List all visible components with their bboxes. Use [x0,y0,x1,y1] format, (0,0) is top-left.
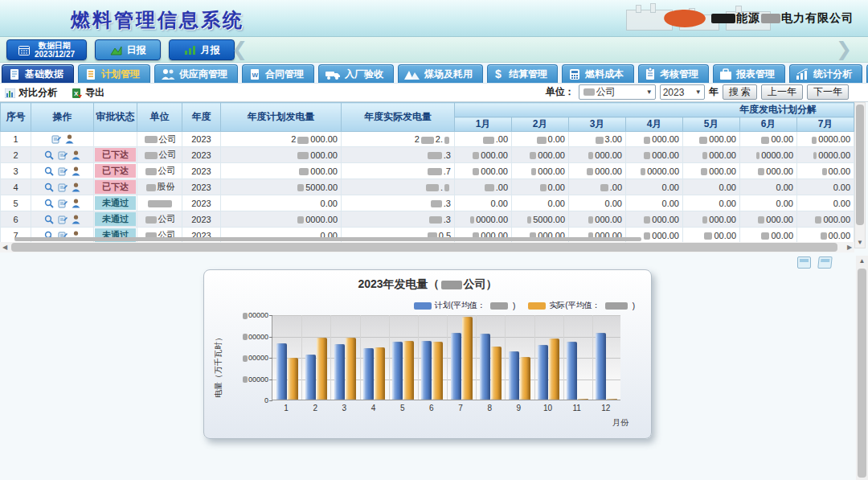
scroll-right-arrow-icon[interactable]: ▶ [845,242,854,252]
redaction-block [473,152,479,159]
month-cell: 000.00 [626,147,683,163]
export-chart-icon[interactable] [817,256,833,269]
edit-icon[interactable] [58,166,68,176]
user-icon[interactable] [72,183,80,192]
scroll-right-chevron-icon[interactable]: ❯ [836,38,852,60]
search-icon[interactable] [44,166,54,176]
month-cell: .00 [455,179,512,195]
edit-icon[interactable] [58,150,68,160]
redaction-block [473,168,479,175]
column-header[interactable]: 单位 [137,103,182,132]
unit-cell [137,195,182,211]
month-header[interactable]: 1月 [455,117,512,132]
month-header[interactable]: 2月 [512,117,569,132]
next-year-button[interactable]: 下一年 [807,84,849,100]
month-header[interactable]: 3月 [569,117,626,132]
year-select[interactable]: 2023▼ [660,84,705,100]
year-cell: 2023 [182,163,221,179]
tab-1[interactable]: 基础数据 [2,64,74,83]
column-header[interactable]: 审批状态 [94,103,137,132]
scroll-left-chevron-icon[interactable]: ❮ [231,38,248,60]
bar-group [563,342,592,400]
search-icon[interactable] [44,199,54,208]
month-cell: 000.00 [569,147,626,163]
tab-10[interactable]: 报表管理 [713,64,785,83]
tab-7[interactable]: $结算管理 [487,64,558,83]
unit-select[interactable]: 公司▼ [579,84,656,100]
scrollbar-thumb[interactable] [858,269,866,478]
user-icon[interactable] [72,150,80,160]
window-icon[interactable] [797,256,811,269]
month-cell: 0000.00 [797,132,854,147]
tab-9[interactable]: 考核管理 [638,64,709,83]
month-header[interactable]: 6月 [740,117,797,132]
plan-cell: 000.00 [221,163,342,179]
tab-6[interactable]: 煤场及耗用 [398,64,483,83]
redaction-block [243,334,248,340]
tab-2[interactable]: 计划管理 [78,64,150,83]
column-header[interactable]: 操作 [31,103,94,132]
redaction-block [299,168,309,175]
stats-icon [796,68,809,80]
tab-label: 考核管理 [660,68,698,81]
status-badge: 未通过 [95,212,136,226]
redaction-block [428,152,442,159]
actual-cell: .3 [342,147,455,163]
month-cell: 0.00 [683,195,740,211]
month-header[interactable]: 4月 [626,117,683,132]
column-header[interactable]: 年度 [182,103,221,132]
edit-icon[interactable] [58,215,68,224]
user-icon[interactable] [72,215,80,224]
row-seq: 2 [1,147,31,163]
month-header[interactable]: 5月 [683,117,740,132]
column-header[interactable]: 年度计划发电量 [221,103,342,132]
table-vertical-scrollbar[interactable]: ▼ [854,102,866,248]
prev-year-button[interactable]: 上一年 [761,84,803,100]
column-header[interactable]: 年度实际发电量 [342,103,455,132]
scroll-up-arrow-icon[interactable]: ▲ [856,256,868,266]
redaction-block [813,152,817,159]
user-icon[interactable] [72,166,80,176]
user-icon[interactable] [72,199,80,208]
tab-4[interactable]: W合同管理 [242,64,314,83]
monthly-report-button[interactable]: 月报 [169,39,235,60]
inner-horizontal-scrollbar[interactable] [14,237,641,241]
plan-bar-7 [451,333,461,400]
month-header[interactable]: 7月 [797,117,854,132]
search-icon[interactable] [44,183,54,192]
legend-entry: 计划(平均值：) [414,300,516,311]
scrollbar-thumb[interactable] [856,105,864,225]
search-icon[interactable] [44,215,54,224]
group-header: 年度发电计划分解 [455,103,854,117]
search-button[interactable]: 搜 索 [723,84,757,100]
tab-11[interactable]: 统计分析 [789,64,862,83]
search-icon[interactable] [44,150,54,160]
redaction-block [756,152,760,159]
tab-3[interactable]: 供应商管理 [154,64,238,83]
tab-label: 供应商管理 [179,68,227,81]
scroll-left-arrow-icon[interactable]: ◀ [0,242,10,252]
scrollbar-thumb[interactable] [11,243,837,252]
edit-icon[interactable] [51,134,61,144]
table-horizontal-scrollbar[interactable]: ◀ ▶ [0,242,854,252]
column-header[interactable]: 序号 [1,103,31,132]
bar-group [534,338,563,400]
tab-5[interactable]: 入厂验收 [318,64,394,83]
edit-icon[interactable] [58,183,68,192]
page-vertical-scrollbar[interactable]: ▲ [856,256,868,480]
chart-title: 2023年发电量（公司） [204,277,651,292]
tab-8[interactable]: 燃料成本 [562,64,634,83]
user-icon[interactable] [65,134,74,144]
month-cell: 000.00 [455,163,512,179]
export-button[interactable]: X 导出 [72,86,104,100]
status-badge: 已下达 [95,180,136,194]
redaction-block [588,216,593,224]
edit-icon[interactable] [58,199,68,208]
data-date-button[interactable]: 数据日期2023/12/27 [6,39,87,60]
redaction-block [527,216,531,224]
scroll-down-arrow-icon[interactable]: ▼ [855,238,865,248]
month-cell: 0.00 [740,195,797,211]
calculator-icon [568,68,581,80]
compare-analysis-button[interactable]: 对比分析 [5,86,57,100]
daily-report-button[interactable]: 日报 [95,39,161,60]
